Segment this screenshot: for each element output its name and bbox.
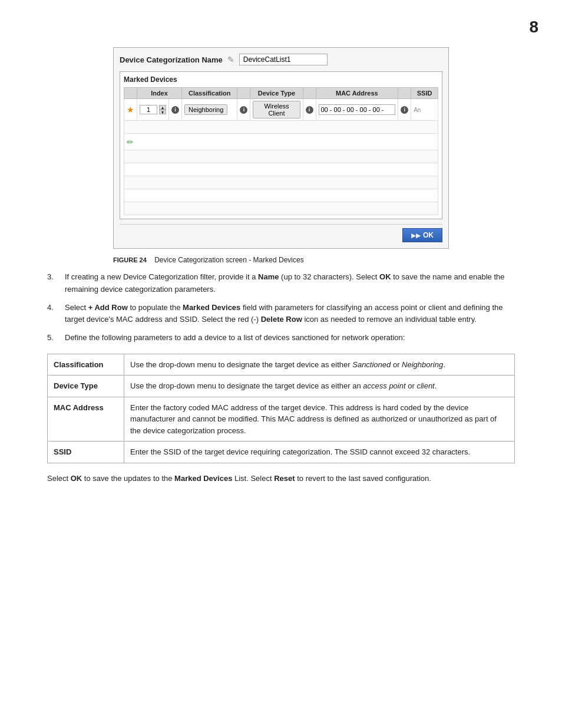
panel-footer: ▶▶ OK — [120, 224, 442, 242]
footer-reset-bold: Reset — [274, 474, 295, 483]
device-cat-name-row: Device Categorization Name ✎ — [120, 54, 442, 65]
step-4-addrow-bold: + Add Row — [88, 303, 128, 312]
step-5-text: Define the following parameters to add a… — [65, 332, 515, 344]
classification-dropdown[interactable]: Neighboring — [184, 104, 227, 115]
table-row-empty-4 — [124, 176, 438, 189]
table-row: ★ ▲ ▼ i — [124, 99, 438, 121]
param-label-classification: Classification — [48, 354, 124, 375]
param-label-mac: MAC Address — [48, 397, 124, 442]
col-mac: MAC Address — [316, 88, 398, 99]
param-row-mac: MAC Address Enter the factory coded MAC … — [48, 397, 515, 442]
classification-info-icon[interactable]: i — [240, 106, 247, 114]
device-categorization-panel: Device Categorization Name ✎ Marked Devi… — [113, 47, 449, 249]
device-type-dropdown[interactable]: Wireless Client — [253, 101, 300, 118]
index-info-icon[interactable]: i — [171, 106, 179, 114]
index-input[interactable] — [140, 105, 157, 114]
param-row-ssid: SSID Enter the SSID of the target device… — [48, 442, 515, 463]
mac-info-cell: i — [398, 99, 411, 121]
col-ssid: SSID — [411, 88, 438, 99]
param-row-classification: Classification Use the drop-down menu to… — [48, 354, 515, 375]
step-3: 3. If creating a new Device Categorizati… — [47, 271, 515, 296]
step-3-ok-bold: OK — [379, 272, 391, 281]
edit-icon[interactable]: ✎ — [227, 55, 234, 64]
spinner-up[interactable]: ▲ — [159, 105, 166, 110]
device-type-cell: Wireless Client — [250, 99, 303, 121]
step-5: 5. Define the following parameters to ad… — [47, 332, 515, 344]
footer-text: Select OK to save the updates to the Mar… — [47, 473, 515, 485]
param-desc-device-type: Use the drop-down menu to designate the … — [124, 375, 515, 397]
marked-devices-title: Marked Devices — [124, 75, 438, 84]
figure-caption: FIGURE 24 Device Categorization screen -… — [113, 256, 449, 264]
step-4-marked-bold: Marked Devices — [183, 303, 240, 312]
steps-list: 3. If creating a new Device Categorizati… — [47, 271, 515, 344]
mac-address-input[interactable] — [319, 104, 395, 115]
step-3-num: 3. — [47, 271, 65, 296]
ssid-cell: An — [411, 99, 438, 121]
col-device-type-info — [303, 88, 316, 99]
step-4-num: 4. — [47, 302, 65, 327]
index-spinner[interactable]: ▲ ▼ — [159, 105, 166, 114]
device-cat-name-label: Device Categorization Name — [120, 55, 223, 64]
client-italic: client — [416, 381, 434, 390]
classification-info-cell: i — [237, 99, 250, 121]
ok-button-arrows-icon: ▶▶ — [411, 232, 421, 239]
table-row-empty-3 — [124, 163, 438, 176]
device-type-info-icon[interactable]: i — [306, 106, 313, 114]
index-cell: ▲ ▼ — [137, 99, 169, 121]
footer-marked-bold: Marked Devices — [174, 474, 232, 483]
col-mac-info — [398, 88, 411, 99]
param-desc-classification: Use the drop-down menu to designate the … — [124, 354, 515, 375]
step-3-name-bold: Name — [258, 272, 279, 281]
page-number: 8 — [529, 18, 538, 37]
figure-caption-text: Device Categorization screen - Marked De… — [154, 256, 303, 264]
devices-table: Index Classification Device Type MAC Add… — [124, 87, 438, 215]
param-label-device-type: Device Type — [48, 375, 124, 397]
classification-cell: Neighboring — [182, 99, 237, 121]
sanctioned-italic: Sanctioned — [352, 360, 391, 369]
table-row-empty-1 — [124, 121, 438, 134]
row-star: ★ — [124, 99, 137, 121]
col-index: Index — [137, 88, 182, 99]
index-info-cell: i — [169, 99, 182, 121]
table-row-empty-6 — [124, 202, 438, 215]
param-desc-ssid: Enter the SSID of the target device requ… — [124, 442, 515, 463]
table-row-empty-2 — [124, 150, 438, 163]
col-classification: Classification — [182, 88, 237, 99]
step-4: 4. Select + Add Row to populate the Mark… — [47, 302, 515, 327]
param-table: Classification Use the drop-down menu to… — [47, 354, 515, 463]
add-row-pencil-icon[interactable]: ✏ — [127, 137, 134, 147]
spinner-down[interactable]: ▼ — [159, 110, 166, 114]
param-desc-mac: Enter the factory coded MAC address of t… — [124, 397, 515, 442]
marked-devices-section: Marked Devices Index Classification Devi… — [120, 71, 442, 219]
col-classification-info — [237, 88, 250, 99]
mac-address-cell — [316, 99, 398, 121]
access-point-italic: access point — [363, 381, 405, 390]
step-5-num: 5. — [47, 332, 65, 344]
step-4-deleterow-bold: Delete Row — [261, 315, 302, 324]
mac-info-icon[interactable]: i — [401, 106, 408, 114]
figure-label: FIGURE 24 — [113, 256, 147, 263]
param-label-ssid: SSID — [48, 442, 124, 463]
ok-button[interactable]: ▶▶ OK — [402, 228, 442, 242]
step-3-text: If creating a new Device Categorization … — [65, 271, 515, 296]
pencil-row: ✏ — [124, 134, 438, 150]
device-cat-name-input[interactable] — [239, 54, 328, 65]
neighboring-italic: Neighboring — [402, 360, 443, 369]
footer-ok-bold: OK — [71, 474, 82, 483]
col-star — [124, 88, 137, 99]
step-4-text: Select + Add Row to populate the Marked … — [65, 302, 515, 327]
col-device-type: Device Type — [250, 88, 303, 99]
device-type-info-cell: i — [303, 99, 316, 121]
table-row-empty-5 — [124, 189, 438, 202]
param-row-device-type: Device Type Use the drop-down menu to de… — [48, 375, 515, 397]
ok-button-label: OK — [423, 231, 434, 239]
